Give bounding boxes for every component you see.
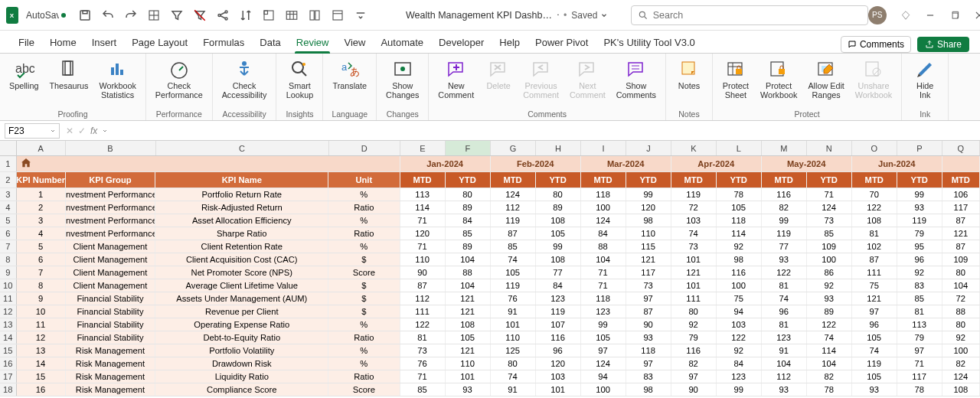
col-header-G[interactable]: G	[491, 141, 536, 155]
ribbon-spelling-button[interactable]: abcSpelling	[5, 57, 43, 92]
cell-value[interactable]: 83	[897, 279, 942, 292]
cell-value[interactable]: 91	[491, 383, 536, 396]
table-icon[interactable]	[285, 8, 299, 22]
cell-value[interactable]: 110	[626, 227, 671, 240]
cell-value[interactable]: 85	[491, 240, 536, 253]
cell-value[interactable]: 96	[897, 253, 942, 266]
col-header-cell[interactable]: MTD	[491, 172, 536, 188]
row-header[interactable]: 18	[0, 383, 17, 396]
cell-value[interactable]: 121	[671, 266, 717, 279]
cell-value[interactable]: 99	[626, 188, 671, 201]
cell-value[interactable]: 103	[671, 214, 717, 227]
cell-value[interactable]: 70	[852, 188, 897, 201]
ribbon-hideink-button[interactable]: HideInk	[906, 57, 943, 102]
cell-value[interactable]: 123	[762, 331, 807, 344]
col-header-cell[interactable]: MTD	[671, 172, 717, 188]
cell-value[interactable]: 98	[717, 253, 762, 266]
cell-value[interactable]: 116	[717, 266, 762, 279]
cell-value[interactable]: 102	[852, 240, 897, 253]
cell-value[interactable]: 73	[626, 279, 671, 292]
ribbon-notes-button[interactable]: Notes	[671, 57, 707, 92]
cell-value[interactable]: 73	[400, 344, 446, 357]
cell-value[interactable]: 93	[852, 383, 897, 396]
cell-value[interactable]: 94	[717, 305, 762, 318]
cell-kpi-group[interactable]: Financial Stability	[66, 292, 156, 305]
cell-value[interactable]: 122	[400, 318, 446, 331]
cell-value[interactable]: 119	[536, 305, 581, 318]
cell-value[interactable]: 84	[536, 279, 581, 292]
cell-value[interactable]: 80	[446, 188, 491, 201]
cell-value[interactable]: 108	[536, 253, 581, 266]
cell-value[interactable]: 96	[536, 344, 581, 357]
month-header[interactable]: Apr-2024	[671, 156, 762, 171]
tab-formulas[interactable]: Formulas	[195, 34, 252, 53]
cell-value[interactable]: 89	[446, 201, 491, 214]
ribbon-psheet-button[interactable]: ProtectSheet	[717, 57, 754, 102]
cell-value[interactable]: 92	[807, 279, 852, 292]
cell-value[interactable]: 93	[807, 292, 852, 305]
cell-value[interactable]: 90	[400, 266, 446, 279]
cell-unit[interactable]: $	[328, 253, 400, 266]
cell-value[interactable]: 96	[852, 318, 897, 331]
cell-kpi-name[interactable]: Average Client Lifetime Value	[155, 279, 328, 292]
col-header-cell[interactable]: MTD	[762, 172, 807, 188]
ribbon-checkperf-button[interactable]: CheckPerformance	[151, 57, 207, 102]
col-header-cell[interactable]: YTD	[446, 172, 491, 188]
cell-value[interactable]: 116	[762, 188, 807, 201]
sort-icon[interactable]	[239, 8, 253, 22]
cell-unit[interactable]: $	[328, 292, 400, 305]
cell-value[interactable]: 108	[536, 214, 581, 227]
cell-value[interactable]: 124	[491, 188, 536, 201]
document-title[interactable]: Wealth Management KPI Dashb… ᐧ • Saved	[406, 9, 608, 21]
cell-value[interactable]: 71	[400, 240, 446, 253]
cell-value[interactable]: 119	[671, 188, 717, 201]
cell-value[interactable]: 85	[446, 227, 491, 240]
cell-kpi-number[interactable]: 12	[17, 331, 66, 344]
cell-value[interactable]: 104	[581, 253, 626, 266]
cell-value[interactable]: 93	[762, 253, 807, 266]
cell-value[interactable]: 89	[807, 305, 852, 318]
ribbon-smart-button[interactable]: SmartLookup	[281, 57, 318, 102]
col-header-cell[interactable]: KPI Name	[155, 172, 328, 188]
filter-icon[interactable]	[170, 8, 184, 22]
cell-value[interactable]: 104	[762, 357, 807, 370]
cell-kpi-number[interactable]: 7	[17, 266, 66, 279]
cell-value[interactable]: 89	[536, 201, 581, 214]
share-qat-icon[interactable]	[216, 8, 230, 22]
cell-value[interactable]: 101	[446, 370, 491, 383]
tab-review[interactable]: Review	[289, 34, 337, 53]
cell-value[interactable]: 113	[400, 188, 446, 201]
cell-value[interactable]: 121	[446, 344, 491, 357]
cell-value[interactable]: 71	[581, 266, 626, 279]
qat-dropdown-icon[interactable]	[354, 8, 368, 22]
spill-icon[interactable]	[308, 8, 322, 22]
fx-icon[interactable]: fx	[90, 126, 97, 136]
cell-value[interactable]: 124	[807, 201, 852, 214]
cell-kpi-group[interactable]: Financial Stability	[66, 318, 156, 331]
cell-value[interactable]: 74	[671, 227, 717, 240]
col-header-cell[interactable]: YTD	[626, 172, 671, 188]
cell-unit[interactable]: $	[328, 305, 400, 318]
col-header-D[interactable]: D	[329, 141, 400, 155]
cell-value[interactable]: 112	[762, 370, 807, 383]
cell-value[interactable]: 100	[581, 201, 626, 214]
col-header-J[interactable]: J	[626, 141, 671, 155]
cell-value[interactable]: 114	[400, 201, 446, 214]
cancel-icon[interactable]: ✕	[66, 126, 74, 136]
col-header-A[interactable]: A	[17, 141, 66, 155]
select-all-corner[interactable]	[0, 141, 17, 155]
save-icon[interactable]	[78, 8, 92, 22]
month-header[interactable]	[942, 156, 980, 171]
cell-kpi-number[interactable]: 16	[17, 383, 66, 396]
cell-value[interactable]: 84	[581, 227, 626, 240]
cell-kpi-name[interactable]: Client Acquisition Cost (CAC)	[155, 253, 328, 266]
col-header-N[interactable]: N	[807, 141, 852, 155]
cell-value[interactable]: 111	[852, 266, 897, 279]
cell-value[interactable]: 100	[581, 383, 626, 396]
cell-kpi-name[interactable]: Drawdown Risk	[155, 357, 328, 370]
cell-value[interactable]: 111	[400, 305, 446, 318]
cell-value[interactable]: 80	[942, 318, 980, 331]
cell-kpi-number[interactable]: 9	[17, 292, 66, 305]
cell-value[interactable]: 110	[491, 331, 536, 344]
tab-page-layout[interactable]: Page Layout	[124, 34, 195, 53]
